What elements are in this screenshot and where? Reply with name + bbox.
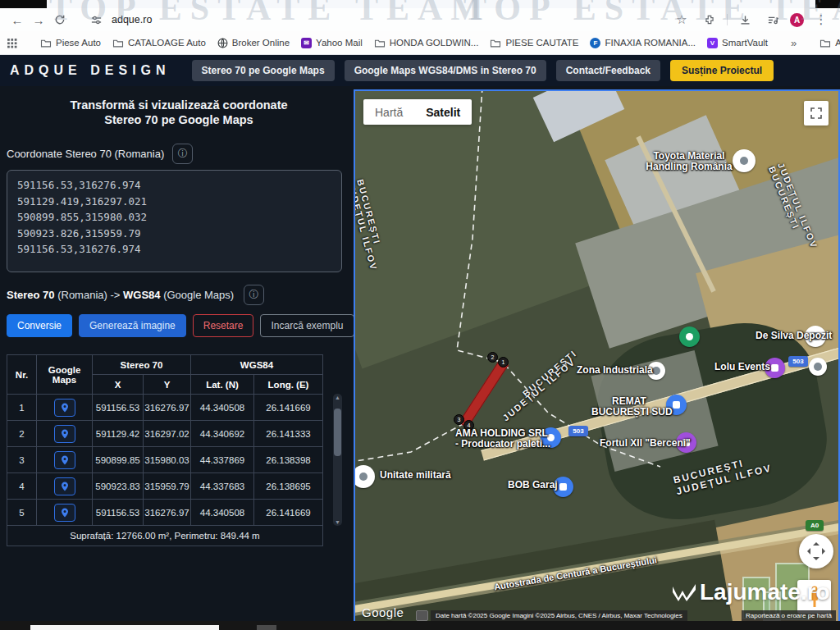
map-label-remat: REMAT BUCUREȘTI SUD (591, 396, 667, 418)
lajumate-watermark: Lajumate.ro (672, 579, 830, 605)
site-info-icon[interactable] (85, 11, 107, 29)
convert-button[interactable]: Conversie (7, 314, 72, 337)
forward-icon[interactable]: → (28, 11, 49, 29)
generate-image-button[interactable]: Generează imagine (79, 314, 186, 337)
pan-left-icon[interactable] (804, 548, 810, 555)
conversion-src: Stereo 70 (7, 289, 55, 301)
apps-grid-glyph (7, 38, 17, 48)
load-example-button[interactable]: Incarcă exemplu (260, 314, 354, 337)
reset-button[interactable]: Resetare (193, 314, 254, 337)
media-controls-icon[interactable] (762, 11, 783, 29)
all-bookmarks-button[interactable]: All Bookmarks (819, 38, 840, 48)
route-shield-503: 503 (788, 356, 808, 367)
map-canvas[interactable]: 2 1 3 4 503 503 A0 (355, 91, 838, 623)
table-row: 3 590899.85 315980.03 44.337869 26.13839… (7, 447, 323, 473)
bookmark-cataloage-auto[interactable]: CATALOAGE Auto (112, 38, 206, 48)
reload-icon[interactable] (49, 11, 71, 29)
conversion-dst: WGS84 (123, 289, 161, 301)
report-map-error-link[interactable]: Raportează o eroare pe hartă (742, 610, 836, 621)
extensions-icon[interactable] (699, 11, 720, 29)
toolbar-divider (727, 14, 728, 25)
cell-nr: 3 (7, 447, 37, 473)
show-on-map-button[interactable] (54, 451, 75, 469)
address-bar[interactable]: adque.ro (112, 14, 152, 25)
col-header-x: X (93, 375, 144, 395)
bookmark-star-icon[interactable]: ☆ (671, 11, 692, 29)
fullscreen-icon (810, 107, 823, 120)
table-scrollbar[interactable]: ▲ ▼ (333, 394, 342, 526)
show-on-map-button[interactable] (54, 477, 75, 495)
poi-glyph (771, 364, 778, 372)
parcel-vertex-marker[interactable]: 2 (487, 352, 498, 363)
scroll-down-icon[interactable]: ▼ (333, 519, 342, 525)
cell-nr: 4 (7, 473, 37, 500)
poi-glyph (559, 483, 567, 491)
pan-down-icon[interactable] (813, 557, 819, 564)
map-type-harta-button[interactable]: Hartă (363, 106, 414, 119)
col-header-nr: Nr. (7, 355, 37, 395)
show-on-map-button[interactable] (54, 504, 75, 522)
coords-label-row: Coordonate Stereo 70 (Romania) ⓘ (7, 144, 193, 164)
bookmark-honda-goldwin[interactable]: HONDA GOLDWIN... (374, 38, 479, 48)
site-navbar: ADQUE DESIGN Stereo 70 pe Google Maps Go… (0, 55, 840, 86)
coords-info-button[interactable]: ⓘ (172, 144, 193, 164)
cell-nr: 2 (7, 421, 37, 447)
google-map[interactable]: 2 1 3 4 503 503 A0 (354, 89, 840, 625)
nav-contact-feedback[interactable]: Contact/Feedback (556, 60, 660, 81)
nav-gmaps-to-stereo70[interactable]: Google Maps WGS84/DMS in Stereo 70 (345, 60, 546, 81)
apps-grid-icon[interactable] (7, 34, 17, 52)
scrollbar-thumb[interactable] (334, 409, 341, 456)
keyboard-shortcuts-icon[interactable] (416, 610, 428, 621)
fullscreen-button[interactable] (804, 101, 829, 126)
cell-nr: 5 (7, 500, 37, 526)
nav-stereo70-to-gmaps[interactable]: Stereo 70 pe Google Maps (192, 60, 335, 81)
poi-green-park[interactable] (679, 326, 700, 347)
coords-textarea[interactable]: 591156.53,316276.974 591129.419,316297.0… (7, 170, 342, 272)
coords-input-label: Coordonate Stereo 70 (Romania) (7, 148, 164, 160)
pan-control[interactable] (799, 534, 833, 568)
poi-right-edge[interactable] (809, 358, 827, 376)
downloads-icon[interactable] (734, 11, 756, 29)
bookmark-label: FINAXIA ROMANIA... (605, 38, 696, 48)
cell-x: 591156.53 (93, 395, 144, 421)
map-label-lolu: Lolu Events (714, 362, 770, 372)
conversion-info-button[interactable]: ⓘ (244, 285, 264, 305)
cell-x: 590923.83 (93, 473, 144, 500)
area-perimeter-summary: Suprafață: 12766.00 m², Perimetru: 849.4… (7, 526, 323, 546)
profile-avatar[interactable]: A (790, 13, 804, 27)
pan-up-icon[interactable] (813, 539, 819, 546)
table-row: 5 591156.53 316276.97 44.340508 26.14166… (7, 500, 323, 526)
folder-icon (40, 39, 52, 48)
map-type-satelit-button[interactable]: Satelit (414, 106, 472, 119)
parcel-vertex-marker[interactable]: 1 (498, 357, 509, 368)
bookmark-broker-online[interactable]: Broker Online (217, 38, 290, 48)
menu-dots-icon[interactable]: ⋮ (810, 11, 832, 29)
back-icon[interactable]: ← (7, 11, 28, 29)
parcel-vertex-marker[interactable]: 3 (454, 414, 464, 425)
scroll-up-icon[interactable]: ▲ (333, 395, 342, 400)
browser-toolbar: ← → adque.ro ☆ A ⋮ (0, 8, 840, 31)
bookmark-label: Piese Auto (56, 38, 101, 48)
poi-toyota[interactable] (733, 149, 756, 172)
bookmark-finaxia[interactable]: F FINAXIA ROMANIA... (590, 38, 696, 48)
show-on-map-button[interactable] (54, 425, 75, 443)
bookmark-piese-cautate[interactable]: PIESE CAUTATE (490, 38, 578, 48)
cell-lng: 26.138398 (254, 447, 323, 473)
map-label-zona: Zona Industriala (577, 365, 653, 376)
nav-support-project-button[interactable]: Susține Proiectul (670, 60, 774, 81)
pan-right-icon[interactable] (822, 548, 829, 555)
map-label-line: - Producator paleti... (455, 439, 541, 450)
google-logo[interactable]: Google (362, 605, 404, 619)
site-brand[interactable]: ADQUE DESIGN (10, 63, 171, 78)
bottom-gray-bar (257, 625, 276, 630)
cell-lng: 26.138695 (254, 473, 323, 500)
bookmarks-overflow-chevron[interactable]: » (791, 37, 797, 49)
bottom-white-bar (30, 625, 219, 630)
bookmark-piese-auto[interactable]: Piese Auto (40, 38, 101, 48)
bookmark-yahoo-mail[interactable]: ✉ Yahoo Mail (301, 38, 363, 48)
screen: TOP ESTATE TEAM TOP ESTATE TEAM ← → adqu… (0, 0, 840, 630)
show-on-map-button[interactable] (54, 399, 75, 417)
action-buttons-row: Conversie Generează imagine Resetare Inc… (7, 314, 354, 337)
bookmark-smartvault[interactable]: V SmartVault (707, 38, 768, 48)
lajumate-watermark-text: Lajumate.ro (700, 579, 830, 605)
